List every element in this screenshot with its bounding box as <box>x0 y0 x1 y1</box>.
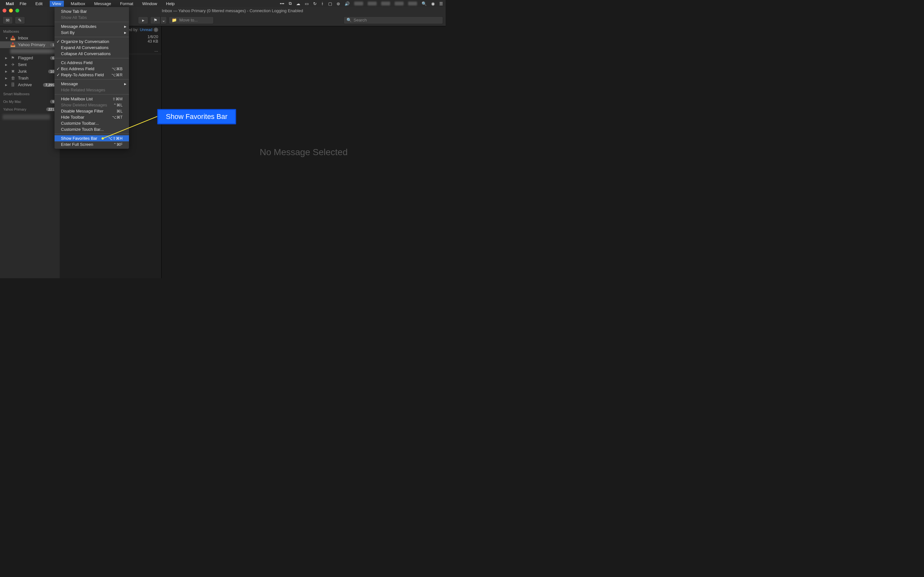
menu-item-label: Organize by Conversation <box>61 39 123 44</box>
message-date: 1/6/20 <box>148 35 158 39</box>
compose-button[interactable]: ✎ <box>15 16 25 24</box>
wifi-icon[interactable]: ⊚ <box>336 1 340 6</box>
menu-item-show-deleted-messages: Show Deleted Messages⌃⌘L <box>55 102 129 108</box>
sorted-by-value[interactable]: Unread <box>140 27 152 32</box>
sidebar-label: Flagged <box>18 55 47 60</box>
blurred-status <box>395 2 404 5</box>
menu-item-label: Customize Touch Bar... <box>61 127 123 132</box>
menu-shortcut: ⌥⌘B <box>111 67 123 71</box>
submenu-arrow-icon: ▶ <box>124 25 126 28</box>
minimize-button[interactable] <box>9 9 13 13</box>
search-icon: 🔍 <box>347 18 352 23</box>
sidebar-label: Inbox <box>18 35 57 40</box>
menu-item-show-tab-bar[interactable]: Show Tab Bar <box>55 8 129 15</box>
move-to-placeholder: Move to... <box>179 18 198 23</box>
menu-item-customize-toolbar[interactable]: Customize Toolbar... <box>55 120 129 126</box>
menu-item-message[interactable]: Message▶ <box>55 81 129 87</box>
menu-view[interactable]: View <box>50 1 64 7</box>
menu-window[interactable]: Window <box>140 1 159 7</box>
menu-item-label: Expand All Conversations <box>61 45 123 50</box>
menu-item-hide-toolbar[interactable]: Hide Toolbar⌥⌘T <box>55 114 129 120</box>
blurred-item <box>10 49 57 53</box>
menu-item-label: Cc Address Field <box>61 60 123 65</box>
app-menu[interactable]: Mail <box>6 1 14 6</box>
disclosure-triangle-icon[interactable]: ▶ <box>5 56 8 60</box>
move-to-dropdown[interactable]: 📁 Move to... <box>169 16 214 24</box>
dropbox-icon[interactable]: ⧉ <box>289 1 292 6</box>
archive-button[interactable]: ▸ <box>138 16 148 24</box>
blurred-status <box>354 2 363 5</box>
menu-item-disable-message-filter[interactable]: Disable Message Filter⌘L <box>55 108 129 114</box>
menu-item-collapse-all-conversations[interactable]: Collapse All Conversations <box>55 51 129 57</box>
menu-item-label: Hide Related Messages <box>61 87 123 92</box>
siri-icon[interactable]: ◉ <box>431 1 435 6</box>
get-mail-button[interactable]: ✉ <box>3 16 13 24</box>
menu-shortcut: ⌥⇧⌘H <box>108 136 123 141</box>
menu-file[interactable]: File <box>18 1 28 7</box>
view-menu-dropdown: Show Tab BarShow All TabsMessage Attribu… <box>55 7 129 149</box>
display-icon[interactable]: ▭ <box>305 1 309 6</box>
disclosure-triangle-icon[interactable]: ▶ <box>5 70 8 73</box>
archive-icon: 🗄 <box>10 82 15 87</box>
notification-center-icon[interactable]: ☰ <box>439 1 443 6</box>
menu-shortcut: ⌥⌘T <box>112 115 123 119</box>
menu-edit[interactable]: Edit <box>33 1 44 7</box>
bluetooth-icon[interactable]: ᚼ <box>321 1 324 6</box>
sidebar-item-sent[interactable]: ▶ ✈ Sent <box>0 61 60 68</box>
search-field[interactable]: 🔍 Search <box>344 16 443 24</box>
maximize-button[interactable] <box>15 9 19 13</box>
cloud-icon[interactable]: ☁ <box>296 1 300 6</box>
disclosure-triangle-icon[interactable]: ▶ <box>5 77 8 80</box>
disclosure-triangle-icon[interactable]: ▶ <box>5 83 8 87</box>
timemachine-icon[interactable]: ↻ <box>313 1 317 6</box>
menu-item-hide-mailbox-list[interactable]: Hide Mailbox List⇧⌘M <box>55 96 129 102</box>
section-on-my-mac[interactable]: On My Mac 9 <box>0 98 60 105</box>
menu-item-message-attributes[interactable]: Message Attributes▶ <box>55 23 129 29</box>
callout-label: Show Favorites Bar <box>157 109 236 124</box>
sidebar-item-junk[interactable]: ▶ ✖ Junk 10 <box>0 68 60 75</box>
section-yahoo-primary[interactable]: Yahoo Primary 221 <box>0 106 60 113</box>
menu-item-label: Sort By <box>61 30 123 35</box>
checkmark-icon: ✓ <box>57 66 60 71</box>
menu-item-show-favorites-bar[interactable]: Show Favorites Bar⌥⇧⌘H <box>55 135 129 141</box>
sidebar-item-inbox[interactable]: ▼ 📥 Inbox <box>0 35 60 41</box>
sidebar-label: Archive <box>18 82 40 87</box>
disclosure-triangle-icon[interactable]: ▶ <box>5 63 8 66</box>
menu-item-sort-by[interactable]: Sort By▶ <box>55 29 129 35</box>
airplay-icon[interactable]: ▢ <box>328 1 332 6</box>
menu-item-label: Message Attributes <box>61 24 123 29</box>
menu-item-reply-to-address-field[interactable]: ✓Reply-To Address Field⌥⌘R <box>55 72 129 78</box>
menu-item-bcc-address-field[interactable]: ✓Bcc Address Field⌥⌘B <box>55 66 129 72</box>
menu-item-enter-full-screen[interactable]: Enter Full Screen⌃⌘F <box>55 141 129 147</box>
annotation-callout: Show Favorites Bar <box>157 109 236 124</box>
menu-help[interactable]: Help <box>164 1 177 7</box>
section-label-text: Yahoo Primary <box>3 107 46 111</box>
blurred-item <box>3 114 50 119</box>
flag-button[interactable]: ⚑ <box>150 16 160 24</box>
menu-item-organize-by-conversation[interactable]: ✓Organize by Conversation <box>55 39 129 45</box>
spotlight-icon[interactable]: 🔍 <box>422 1 427 6</box>
lastpass-icon[interactable]: ••• <box>280 1 284 6</box>
menu-item-expand-all-conversations[interactable]: Expand All Conversations <box>55 45 129 51</box>
menu-item-cc-address-field[interactable]: Cc Address Field <box>55 60 129 66</box>
flag-group: ⚑ ⌄ <box>150 16 167 24</box>
menu-item-customize-touch-bar[interactable]: Customize Touch Bar... <box>55 126 129 132</box>
menu-format[interactable]: Format <box>118 1 135 7</box>
sidebar-item-trash[interactable]: ▶ 🗑 Trash <box>0 75 60 81</box>
disclosure-triangle-icon[interactable]: ▼ <box>5 37 8 40</box>
filter-icon[interactable]: ≡ <box>153 27 158 32</box>
menu-shortcut: ⇧⌘M <box>112 97 123 101</box>
sidebar-item-yahoo-primary[interactable]: 📥 Yahoo Primary 1 <box>0 41 60 48</box>
mailbox-sidebar: Mailboxes ▼ 📥 Inbox 📥 Yahoo Primary 1 ▶ … <box>0 26 60 278</box>
menu-mailbox[interactable]: Mailbox <box>69 1 87 7</box>
menu-message[interactable]: Message <box>92 1 113 7</box>
volume-icon[interactable]: 🔊 <box>344 1 350 6</box>
traffic-lights <box>3 9 19 13</box>
trash-icon: 🗑 <box>10 76 15 81</box>
system-menubar: Mail File Edit View Mailbox Message Form… <box>0 0 446 7</box>
junk-icon: ✖ <box>10 69 15 74</box>
flag-dropdown[interactable]: ⌄ <box>160 16 167 24</box>
sidebar-item-archive[interactable]: ▶ 🗄 Archive 7,295 <box>0 81 60 88</box>
sidebar-item-flagged[interactable]: ▶ ⚑ Flagged 6 <box>0 55 60 61</box>
close-button[interactable] <box>3 9 6 13</box>
